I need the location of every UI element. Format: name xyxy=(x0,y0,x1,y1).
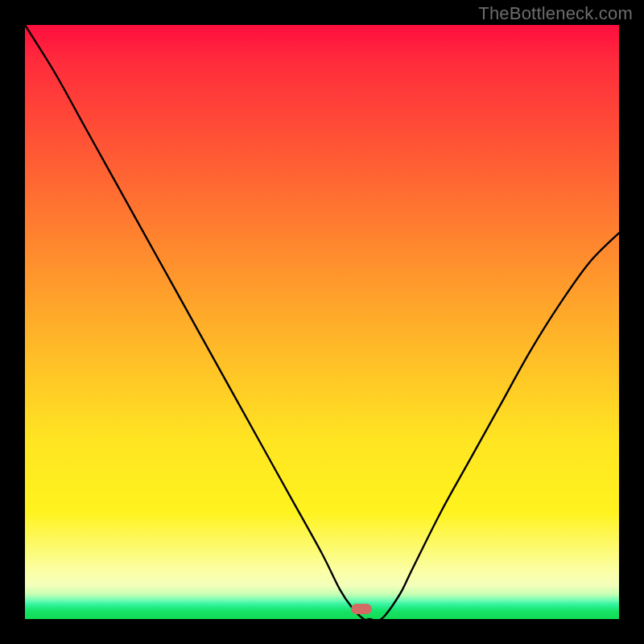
bottleneck-curve xyxy=(25,25,619,619)
watermark-text: TheBottleneck.com xyxy=(478,3,633,24)
curve-path xyxy=(25,25,619,619)
plot-area xyxy=(25,25,619,619)
optimal-marker xyxy=(351,604,372,614)
chart-container: TheBottleneck.com xyxy=(0,0,644,644)
